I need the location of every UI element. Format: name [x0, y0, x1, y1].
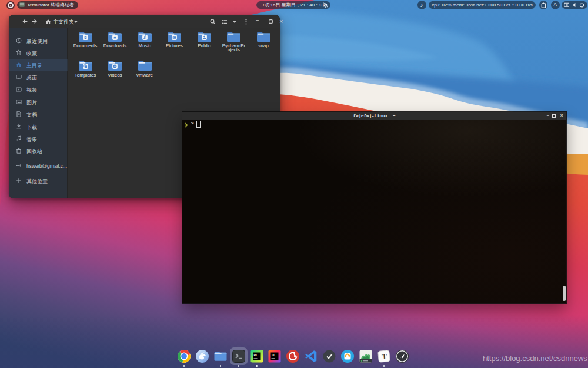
svg-text:T: T: [382, 352, 387, 362]
svg-text:IJ: IJ: [272, 353, 275, 357]
svg-text:PC: PC: [253, 353, 258, 357]
